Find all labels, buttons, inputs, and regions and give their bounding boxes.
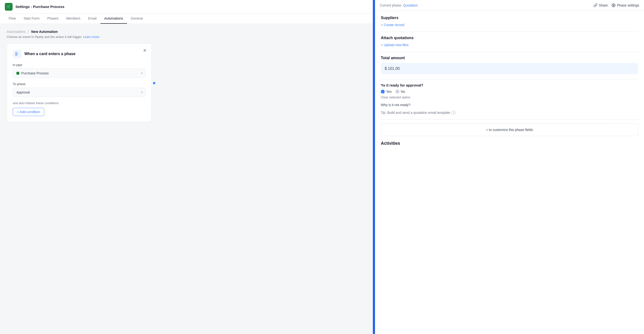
left-content: Automations / New Automation Choose an e… <box>0 24 373 334</box>
current-phase-label: Current phase <box>380 4 401 7</box>
pipe-select[interactable]: Purchase Process ▾ <box>13 69 146 78</box>
upload-link[interactable]: + Upload new files <box>381 43 638 47</box>
tab-automations[interactable]: Automations <box>100 14 127 24</box>
breadcrumb: Automations / New Automation <box>7 30 366 34</box>
automation-card: ✕ When a card enters a phase In pipe <box>7 44 152 122</box>
to-phase-label: To phase <box>13 82 146 86</box>
svg-rect-0 <box>16 52 17 56</box>
to-phase-group: To phase Approval ▾ <box>13 82 146 97</box>
divider-2 <box>381 52 638 52</box>
breadcrumb-parent: Automations <box>7 30 26 34</box>
pipe-select-wrapper: Purchase Process ▾ <box>13 69 146 78</box>
radio-group: Yes No <box>381 90 638 94</box>
arrow-connector: ● <box>152 80 156 86</box>
top-bar: 🛒 Settings - Purchase Process <box>0 0 373 14</box>
radio-no[interactable]: No <box>396 90 405 94</box>
app-title: Settings - Purchase Process <box>16 5 64 9</box>
info-icon[interactable]: i <box>452 111 456 115</box>
create-record-link[interactable]: + Create record <box>381 23 638 27</box>
tab-members[interactable]: Members <box>62 14 84 24</box>
tip-text: Tip: Build and send a quotation email te… <box>381 111 638 115</box>
total-amount-section: Total amount $ 101.00 <box>381 56 638 74</box>
right-panel: Current phase Quotation Share Phase sett… <box>374 0 644 334</box>
tab-general[interactable]: General <box>127 14 147 24</box>
nav-tabs: Flow Start Form Phases Members Email Aut… <box>0 14 373 24</box>
phase-select-wrapper: Approval ▾ <box>13 88 146 97</box>
gear-icon <box>612 4 616 7</box>
card-icon <box>13 50 22 58</box>
quotation-tab[interactable]: Quotation <box>403 4 418 7</box>
activities-title: Activities <box>381 141 638 146</box>
tab-flow[interactable]: Flow <box>5 14 20 24</box>
close-button[interactable]: ✕ <box>142 48 148 53</box>
approval-section: *Is it ready for approval? Yes No Clear … <box>381 83 638 99</box>
not-ready-label: Why is it not ready? <box>381 103 638 107</box>
phase-tabs: Current phase Quotation <box>380 4 418 7</box>
learn-more-link[interactable]: Learn more. <box>83 35 100 39</box>
tab-phases[interactable]: Phases <box>44 14 62 24</box>
app-logo: 🛒 <box>5 3 12 11</box>
radio-yes-dot <box>381 90 385 94</box>
in-pipe-group: In pipe Purchase Process ▾ <box>13 63 146 78</box>
approval-title: *Is it ready for approval? <box>381 83 638 87</box>
pipe-color-dot <box>16 72 19 75</box>
add-condition-button[interactable]: + Add condition <box>13 108 44 116</box>
phase-select-arrow: ▾ <box>141 91 143 94</box>
tab-start-form[interactable]: Start Form <box>20 14 44 24</box>
suppliers-title: Suppliers <box>381 16 638 20</box>
left-panel: 🛒 Settings - Purchase Process Flow Start… <box>0 0 373 334</box>
phase-select[interactable]: Approval ▾ <box>13 88 146 97</box>
pipe-select-arrow: ▾ <box>141 72 143 75</box>
total-amount-title: Total amount <box>381 56 638 60</box>
right-actions: Share Phase settings <box>594 4 639 7</box>
trigger-title: When a card enters a phase <box>24 52 76 56</box>
divider-1 <box>381 32 638 32</box>
radio-yes[interactable]: Yes <box>381 90 392 94</box>
share-button[interactable]: Share <box>594 4 608 7</box>
yes-label: Yes <box>386 90 392 94</box>
phase-name: Approval <box>16 90 30 94</box>
phase-settings-label: Phase settings <box>617 4 639 7</box>
conditions-text: and also follows these conditions <box>13 101 146 105</box>
radio-no-dot <box>396 90 400 94</box>
customize-link[interactable]: + to customize this phase fields <box>486 128 533 132</box>
svg-point-1 <box>613 5 614 6</box>
divider-3 <box>381 79 638 79</box>
breadcrumb-current: New Automation <box>32 30 58 34</box>
card-header: When a card enters a phase <box>13 50 146 58</box>
divider-4 <box>381 119 638 120</box>
in-pipe-label: In pipe <box>13 63 146 67</box>
pipe-name: Purchase Process <box>21 71 49 75</box>
no-label: No <box>401 90 405 94</box>
share-label: Share <box>599 4 608 7</box>
total-amount-value: $ 101.00 <box>381 63 638 74</box>
share-icon <box>594 4 598 7</box>
phase-settings-button[interactable]: Phase settings <box>612 4 639 7</box>
clear-option[interactable]: Clear selected option <box>381 96 638 99</box>
tab-email[interactable]: Email <box>84 14 100 24</box>
attach-quotations-title: Attach quotations <box>381 36 638 40</box>
breadcrumb-separator: / <box>28 30 29 34</box>
right-header: Current phase Quotation Share Phase sett… <box>375 0 644 11</box>
customize-section: + to customize this phase fields <box>381 124 638 136</box>
right-content: Suppliers + Create record Attach quotati… <box>375 11 644 334</box>
sub-text: Choose an event in Pipefy and the action… <box>7 35 366 39</box>
